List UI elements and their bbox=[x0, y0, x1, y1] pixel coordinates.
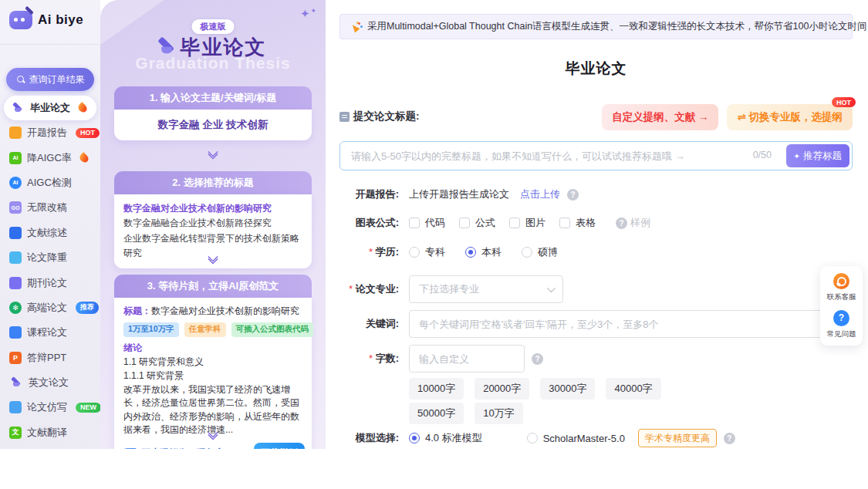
sidebar-item-reduce-aigc[interactable]: AI 降AIGC率 bbox=[0, 145, 100, 170]
sidebar-item-dedupe[interactable]: 论文降重 bbox=[0, 245, 100, 270]
radio-bachelor[interactable]: 本科 bbox=[465, 245, 502, 259]
faq-button[interactable]: 常见问题 bbox=[827, 310, 856, 339]
sidebar-item-defense-ppt[interactable]: P 答辩PPT bbox=[0, 346, 100, 370]
translate-icon: 文 bbox=[9, 427, 22, 439]
step-1-card: 数字金融 企业 技术创新 bbox=[114, 110, 312, 140]
step-3-footer: 附查重报告，重复率<20% 下载样例 bbox=[123, 443, 302, 449]
radio-master-phd[interactable]: 硕博 bbox=[522, 245, 558, 259]
sidebar-item-label: 论文仿写 bbox=[27, 400, 67, 414]
chip-100k[interactable]: 10万字 bbox=[475, 403, 522, 424]
checkbox-icon[interactable] bbox=[409, 218, 420, 228]
document-icon bbox=[339, 112, 350, 122]
help-icon[interactable] bbox=[724, 433, 735, 444]
help-icon bbox=[616, 218, 627, 229]
report-icon bbox=[9, 126, 22, 139]
checkbox-table[interactable]: 表格 bbox=[559, 216, 596, 230]
sidebar-item-label: 英文论文 bbox=[29, 376, 69, 390]
hot-badge: HOT bbox=[832, 97, 856, 107]
recommend-badge: 推荐 bbox=[76, 302, 99, 314]
sidebar-item-premium-paper[interactable]: ✻ 高端论文 推荐 bbox=[0, 295, 100, 320]
sidebar-item-english-paper[interactable]: 英文论文 bbox=[0, 370, 100, 395]
sidebar-item-label: 答辩PPT bbox=[27, 351, 66, 365]
outline-line: 1.1.1 研究背景 bbox=[123, 370, 184, 381]
radio-label: 4.0 标准模型 bbox=[425, 431, 482, 445]
chart-options: 代码 公式 图片 表格 bbox=[409, 216, 596, 230]
checkbox-icon[interactable] bbox=[559, 218, 570, 228]
chip-40000[interactable]: 40000字 bbox=[606, 378, 660, 400]
chip-20000[interactable]: 20000字 bbox=[475, 378, 529, 400]
checkbox-formula[interactable]: 公式 bbox=[459, 216, 495, 230]
wordcount-input[interactable] bbox=[409, 345, 525, 373]
sample-outline: 绪论 1.1 研究背景和意义 1.1.1 研究背景 bbox=[123, 341, 302, 383]
checkbox-icon[interactable] bbox=[459, 218, 470, 228]
custom-outline-button[interactable]: 自定义提纲、文献 → bbox=[602, 104, 718, 130]
sidebar-item-label: 开题报告 bbox=[27, 126, 67, 140]
checkbox-label: 图片 bbox=[525, 216, 545, 230]
radio-selected-icon[interactable] bbox=[409, 433, 420, 443]
recommend-title-button[interactable]: 推荐标题 bbox=[786, 144, 849, 167]
chip-50000[interactable]: 50000字 bbox=[409, 403, 464, 424]
contact-support-label: 联系客服 bbox=[827, 292, 856, 302]
sidebar-item-literature-review[interactable]: 文献综述 bbox=[0, 221, 100, 245]
upload-link[interactable]: 点击上传 bbox=[520, 187, 560, 201]
sidebar-item-literature-translate[interactable]: 文 文献翻译 bbox=[0, 420, 100, 445]
radio-model-standard[interactable]: 4.0 标准模型 bbox=[409, 431, 482, 445]
sidebar-item-unlimited-revision[interactable]: GO 无限改稿 bbox=[0, 195, 100, 220]
download-sample-button[interactable]: 下载样例 bbox=[254, 443, 305, 449]
proposal-row: 开题报告: 上传开题报告生成论文 点击上传 bbox=[326, 187, 868, 201]
help-icon[interactable] bbox=[567, 189, 579, 201]
chat-icon bbox=[833, 273, 849, 289]
sidebar-item-course-paper[interactable]: 课程论文 bbox=[0, 320, 100, 345]
recommended-title-selected[interactable]: 数字金融对企业技术创新的影响研究 bbox=[123, 201, 302, 216]
revise-icon: GO bbox=[9, 201, 22, 214]
radio-associate[interactable]: 专科 bbox=[409, 245, 445, 259]
divider bbox=[0, 44, 100, 45]
chip-10000[interactable]: 10000字 bbox=[409, 378, 464, 400]
radio-icon[interactable] bbox=[409, 247, 420, 258]
step-1-header: 1. 输入论文主题/关键词/标题 bbox=[114, 86, 312, 110]
radio-selected-icon[interactable] bbox=[465, 247, 476, 258]
tag-wordcount: 1万至10万字 bbox=[123, 322, 179, 337]
radio-model-scholarmaster[interactable]: ScholarMaster-5.0 bbox=[527, 433, 625, 444]
title-input-wrap: 0/50 推荐标题 bbox=[339, 141, 853, 170]
contact-support-button[interactable]: 联系客服 bbox=[827, 273, 856, 302]
sidebar-item-label: 毕业论文 bbox=[30, 101, 70, 115]
checkbox-label: 公式 bbox=[475, 216, 495, 230]
promo-banner: 采用Multimodal+Global Thought Chain语言模型生成连… bbox=[339, 14, 853, 39]
sidebar-item-proposal-report[interactable]: 开题报告 HOT bbox=[0, 120, 100, 145]
ppt-icon: P bbox=[9, 352, 22, 364]
title-input[interactable] bbox=[339, 141, 853, 170]
aigc-detect-icon: AI bbox=[9, 177, 22, 189]
keywords-input[interactable] bbox=[409, 310, 853, 338]
checkbox-icon[interactable] bbox=[509, 218, 520, 228]
new-badge: NEW bbox=[76, 403, 100, 413]
major-select[interactable]: 下拉选择专业 bbox=[409, 275, 563, 303]
sidebar-item-graduation-thesis[interactable]: 毕业论文 bbox=[4, 96, 96, 120]
sidebar-menu: 毕业论文 开题报告 HOT AI 降AIGC率 AI AIGC检测 GO 无限改… bbox=[0, 96, 100, 449]
proposal-text: 上传开题报告生成论文 bbox=[409, 187, 509, 201]
major-label: 论文专业: bbox=[326, 282, 399, 296]
char-counter: 0/50 bbox=[753, 150, 772, 160]
sidebar-item-paper-imitate[interactable]: 论文仿写 NEW bbox=[0, 395, 100, 420]
radio-icon[interactable] bbox=[522, 247, 532, 258]
checkbox-code[interactable]: 代码 bbox=[409, 216, 445, 230]
sidebar-item-aigc-detect[interactable]: AI AIGC检测 bbox=[0, 170, 100, 195]
checkbox-image[interactable]: 图片 bbox=[509, 216, 545, 230]
recommended-title-option[interactable]: 数字金融融合企业技术创新路径探究 bbox=[123, 216, 302, 231]
step-3-header: 3. 等待片刻，立得AI原创范文 bbox=[114, 275, 312, 298]
radio-icon[interactable] bbox=[527, 433, 538, 443]
keywords-label: 关键词: bbox=[326, 317, 399, 331]
order-query-button[interactable]: 查询订单结果 bbox=[6, 68, 94, 91]
sample-link[interactable]: 样例 bbox=[616, 216, 650, 230]
sparkle-icon bbox=[794, 150, 800, 161]
chip-30000[interactable]: 30000字 bbox=[540, 378, 595, 400]
switch-pro-button[interactable]: ⇌ 切换专业版，选提纲 HOT bbox=[727, 104, 853, 130]
help-icon[interactable] bbox=[532, 353, 543, 365]
step-1: 1. 输入论文主题/关键词/标题 数字金融 企业 技术创新 bbox=[114, 86, 312, 140]
sidebar-item-label: 高端论文 bbox=[27, 301, 67, 315]
sidebar-item-clipped[interactable] bbox=[0, 445, 100, 449]
sidebar-item-label: 课程论文 bbox=[27, 325, 67, 339]
sidebar-item-journal-paper[interactable]: 期刊论文 bbox=[0, 270, 100, 295]
radio-label: 硕博 bbox=[538, 245, 558, 259]
sidebar-item-label: 降AIGC率 bbox=[27, 151, 72, 165]
